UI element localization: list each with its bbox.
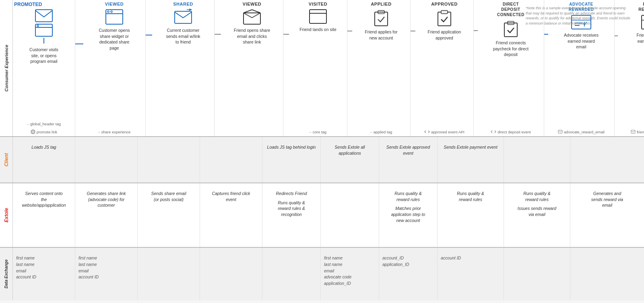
svg-rect-37 bbox=[631, 130, 635, 133]
approved-icon bbox=[436, 9, 453, 27]
stage-label-3: SHARED bbox=[173, 2, 193, 6]
stage-tags-1: – global_header tag promote link bbox=[14, 116, 74, 135]
data-label: Data Exchange bbox=[1, 256, 12, 292]
browser-icon-3 bbox=[309, 9, 327, 24]
client-action-8: Sends Extole payment event bbox=[440, 143, 501, 152]
stage-col-2: VIEWED Customer opensshare widget ordedi… bbox=[83, 0, 146, 136]
link-icon bbox=[31, 129, 35, 134]
extole-action-7b: Matches priorapplication step tonew acco… bbox=[382, 204, 435, 225]
svg-line-17 bbox=[252, 13, 260, 18]
stage-col-4: VIEWED Friend opens shareemail and click… bbox=[221, 0, 283, 136]
stage-label-7: APPROVED bbox=[431, 2, 458, 6]
stage-desc-2: Customer opensshare widget ordedicated s… bbox=[99, 27, 130, 51]
extole-action-5: Redirects Friend bbox=[265, 189, 318, 198]
extole-action-2: Generates share link(advocate code) forc… bbox=[78, 189, 135, 210]
stage-icons-1 bbox=[35, 9, 53, 37]
data-fields-8: account ID bbox=[440, 253, 501, 263]
stage-col-6: APPLIED Friend applies fornew account – … bbox=[352, 0, 411, 136]
stage-col-1: PROMOTED Custome bbox=[13, 0, 75, 136]
data-fields-7: account_IDapplication_ID bbox=[382, 253, 435, 270]
client-action-7: Sends Extole approved event bbox=[382, 143, 435, 158]
client-action-6: Sends Extole all applications bbox=[323, 143, 376, 158]
stage-desc-1: Customer visitssite, or opensprogram ema… bbox=[29, 47, 58, 64]
email-icon bbox=[35, 9, 53, 23]
stage-desc-5: Friend lands on site bbox=[299, 27, 336, 33]
svg-rect-18 bbox=[310, 10, 326, 23]
browser-icon-1 bbox=[35, 23, 53, 37]
code-icon bbox=[424, 130, 430, 134]
svg-line-16 bbox=[244, 13, 252, 18]
stage-desc-8: Friend connectspaycheck for directdeposi… bbox=[493, 40, 528, 58]
svg-rect-7 bbox=[106, 10, 123, 24]
stage-col-5: VISITED Friend lands on site – core tag bbox=[289, 0, 347, 136]
stage-tags-10: friend_reward_email bbox=[619, 124, 644, 135]
stage-tags-7: approved event API bbox=[417, 124, 472, 135]
client-action-5: Loads JS tag behind login bbox=[265, 143, 318, 152]
stage-label-2: VIEWED bbox=[105, 2, 124, 6]
svg-rect-22 bbox=[438, 12, 451, 26]
svg-rect-23 bbox=[441, 10, 448, 14]
extole-action-9b: Issues sends rewardvia email bbox=[506, 204, 568, 219]
data-fields-2: first namelast nameemailaccount ID bbox=[78, 253, 135, 282]
stage-desc-7: Friend applicationapproved bbox=[428, 29, 461, 41]
extole-action-1: Serves content ontothewebsite/app/applic… bbox=[15, 189, 72, 210]
email-small-icon bbox=[558, 130, 563, 134]
stage-tags-8: direct deposit event bbox=[479, 124, 543, 135]
stage-desc-3: Current customersends email w/linkto fri… bbox=[166, 27, 200, 45]
data-fields-6: first namelast nameemailadvocate codeapp… bbox=[323, 253, 376, 288]
direct-deposit-icon bbox=[502, 20, 520, 37]
extole-action-4: Captures friend clickevent bbox=[202, 189, 260, 204]
svg-rect-24 bbox=[504, 23, 517, 37]
svg-rect-20 bbox=[375, 12, 388, 26]
open-email-icon bbox=[243, 9, 261, 25]
extole-label: Extole bbox=[1, 205, 12, 226]
svg-rect-0 bbox=[35, 10, 52, 22]
client-action-1: Loads JS tag bbox=[15, 143, 72, 152]
extole-action-10: Generates andsends reward viaemail bbox=[573, 189, 642, 210]
svg-rect-1 bbox=[35, 24, 52, 36]
extole-action-7: Runs quality &reward rules bbox=[382, 189, 435, 204]
browser-icon-2 bbox=[105, 9, 124, 25]
svg-point-3 bbox=[37, 25, 39, 27]
stage-label-8: DIRECTDEPOSITCONNECTED bbox=[497, 2, 524, 17]
stage-col-3: SHARED Current customersends email w/lin… bbox=[152, 0, 215, 136]
code-icon-2 bbox=[491, 130, 496, 134]
svg-point-10 bbox=[111, 11, 112, 12]
page-wrapper: Consumer Experience *Note this is a samp… bbox=[0, 0, 644, 300]
stage-tags-9: advocate_reward_email bbox=[549, 124, 613, 135]
stage-desc-6: Friend applies fornew account bbox=[365, 29, 397, 41]
stage-label-4: VIEWED bbox=[243, 2, 261, 6]
stage-desc-9: Advocate receivesearned rewardemail bbox=[564, 32, 599, 50]
stage-tags-5: – core tag bbox=[290, 124, 346, 135]
svg-point-9 bbox=[107, 11, 109, 12]
svg-rect-32 bbox=[642, 15, 644, 29]
note-text: *Note this is a sample event beyond a si… bbox=[522, 3, 635, 28]
stage-label-1: PROMOTED bbox=[14, 2, 42, 7]
email-small-icon-2 bbox=[631, 130, 636, 134]
stage-label-10: FRIENDREWARDED bbox=[638, 2, 644, 12]
extole-action-5b: Runs quality &reward rules &recognition bbox=[265, 198, 318, 219]
client-label: Client bbox=[1, 150, 12, 170]
data-fields-1: first namelast nameemailaccount ID bbox=[15, 253, 72, 282]
extole-action-9: Runs quality &reward rules bbox=[506, 189, 568, 204]
stage-desc-10: Friend receivesearned rewardemail bbox=[637, 32, 644, 50]
applied-icon bbox=[372, 9, 390, 27]
consumer-label: Consumer Experience bbox=[1, 42, 12, 95]
stage-desc-4: Friend opens shareemail and clicksshare … bbox=[234, 27, 270, 45]
svg-rect-31 bbox=[558, 130, 562, 133]
stage-col-7: APPROVED Friend applicationapproved appr… bbox=[415, 0, 474, 136]
friend-reward-icon bbox=[641, 15, 644, 30]
stage-tags-6: – applied tag bbox=[353, 124, 409, 135]
extole-action-3: Sends share email(or posts social) bbox=[140, 189, 197, 204]
extole-action-8: Runs quality &reward rules bbox=[440, 189, 501, 204]
stage-tags-2: – share experience bbox=[85, 124, 144, 135]
stage-label-5: VISITED bbox=[309, 2, 327, 6]
share-email-icon bbox=[174, 9, 192, 25]
stage-label-6: APPLIED bbox=[371, 2, 391, 6]
